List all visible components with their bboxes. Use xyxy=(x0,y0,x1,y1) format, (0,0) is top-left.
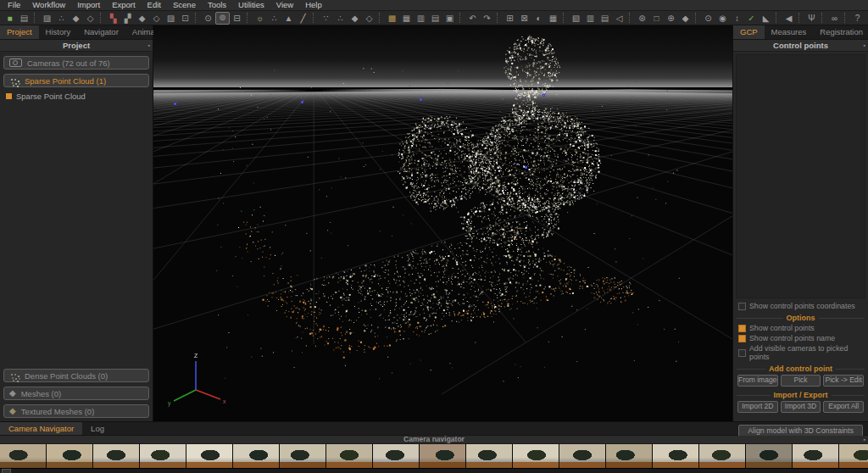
contrast-icon[interactable]: ◐ xyxy=(531,12,546,25)
filter-icon[interactable]: ▤ xyxy=(598,12,612,25)
checkbox-show-control-points[interactable]: Show control points xyxy=(733,323,868,333)
menu-edit[interactable]: Edit xyxy=(142,0,167,10)
delete-points-icon[interactable]: ▚ xyxy=(106,12,120,25)
checkbox-box[interactable] xyxy=(738,335,746,342)
menu-view[interactable]: View xyxy=(270,0,299,10)
axis-icon[interactable]: ⊕ xyxy=(664,12,678,25)
checkbox-box[interactable] xyxy=(738,349,746,357)
control-points-list[interactable] xyxy=(736,54,865,298)
camera-thumbnail-15[interactable] xyxy=(653,444,699,468)
triangles-icon[interactable]: ∴ xyxy=(267,12,281,25)
cut-selection-icon[interactable]: ⊠ xyxy=(517,12,531,25)
camera-thumbnail-7[interactable] xyxy=(280,444,326,468)
tab-history[interactable]: History xyxy=(39,25,78,39)
from-images-button[interactable]: From images xyxy=(737,375,778,387)
wrench-icon[interactable]: Ψ xyxy=(804,12,819,25)
mesh-solid-icon[interactable]: ◆ xyxy=(69,12,83,25)
menu-file[interactable]: File xyxy=(2,0,26,10)
menu-workflow[interactable]: Workflow xyxy=(26,0,71,10)
camera-thumbnail-12[interactable] xyxy=(513,444,559,468)
mask-icon[interactable]: ∞ xyxy=(827,12,842,25)
camera-thumbnail-14[interactable] xyxy=(606,444,653,468)
camera-thumbnail-18[interactable] xyxy=(793,444,839,468)
cameras-button[interactable]: Cameras (72 out of 76) xyxy=(3,56,149,70)
redo-icon[interactable]: ↷ xyxy=(480,12,494,25)
texture-4-icon[interactable]: ▤ xyxy=(428,12,442,25)
texture-1-icon[interactable]: ▩ xyxy=(385,12,399,25)
ruler-icon[interactable]: ◣ xyxy=(759,12,773,25)
tab-registration[interactable]: Registration xyxy=(813,25,868,39)
export-all-button[interactable]: Export All xyxy=(823,401,864,413)
camera-thumbnail-11[interactable] xyxy=(466,444,513,468)
new-project-icon[interactable]: ■ xyxy=(3,12,17,25)
import-2d-button[interactable]: Import 2D xyxy=(737,401,778,413)
tab-camera-navigator[interactable]: Camera Navigator xyxy=(0,422,82,435)
camera-thumbnail-10[interactable] xyxy=(420,444,466,468)
mesh-wire-icon[interactable]: ◇ xyxy=(83,12,97,25)
checkbox-show-points-name[interactable]: Show control points name xyxy=(733,333,868,343)
orbit-target-icon[interactable]: ⊚ xyxy=(215,12,230,25)
menu-export[interactable]: Export xyxy=(106,0,141,10)
menu-utilities[interactable]: Utilities xyxy=(232,0,270,10)
measure-icon[interactable]: ↕ xyxy=(730,12,744,25)
pin-icon[interactable]: ▪ xyxy=(864,40,865,51)
camera-thumbnail-6[interactable] xyxy=(233,444,280,468)
thumbnail-scrollbar[interactable] xyxy=(0,468,868,473)
textured-meshes-button[interactable]: ◆ Textured Meshes (0) xyxy=(3,404,149,418)
loop-icon[interactable]: ⊙ xyxy=(701,12,715,25)
checkbox-box[interactable] xyxy=(738,325,746,332)
points-high-icon[interactable]: ∴ xyxy=(333,12,348,25)
camera-thumbnail-8[interactable] xyxy=(326,444,373,468)
camera-thumbnail-4[interactable] xyxy=(140,444,186,468)
tab-measures[interactable]: Measures xyxy=(765,25,814,39)
undo-icon[interactable]: ↶ xyxy=(465,12,480,25)
camera-thumbnail-9[interactable] xyxy=(373,444,420,468)
select-points-icon[interactable]: ▨ xyxy=(40,12,54,25)
checkbox-box[interactable] xyxy=(738,303,746,310)
pin-icon[interactable]: ▪ xyxy=(148,40,150,51)
sparse-point-cloud-button[interactable]: Sparse Point Cloud (1) xyxy=(3,74,149,87)
checkbox-add-visible-cameras[interactable]: Add visible cameras to picked points xyxy=(733,343,868,362)
texture-3-icon[interactable]: ▥ xyxy=(414,12,428,25)
cloud-solid-icon[interactable]: ◆ xyxy=(135,12,149,25)
cone-icon[interactable]: ▲ xyxy=(281,12,296,25)
dense-point-clouds-button[interactable]: Dense Point Clouds (0) xyxy=(3,369,149,382)
tab-project[interactable]: Project xyxy=(0,25,39,39)
hexagon-solid-icon[interactable]: ◆ xyxy=(348,12,362,25)
light-icon[interactable]: ☼ xyxy=(253,12,267,25)
tab-gcp[interactable]: GCP xyxy=(733,25,765,39)
menu-tools[interactable]: Tools xyxy=(202,0,232,10)
align-model-button[interactable]: Align model with 3D Constraints xyxy=(738,425,863,437)
brush-icon[interactable]: ╱ xyxy=(296,12,310,25)
import-3d-button[interactable]: Import 3D xyxy=(781,401,821,413)
camera-thumbnail-2[interactable] xyxy=(47,444,93,468)
volume-icon[interactable]: ◀ xyxy=(782,12,796,25)
menu-scene[interactable]: Scene xyxy=(167,0,202,10)
camera-thumbnail-5[interactable] xyxy=(186,444,233,468)
3d-viewport[interactable] xyxy=(153,25,732,421)
scroll-left-button[interactable] xyxy=(2,469,11,473)
pin-tool-icon[interactable]: ◉ xyxy=(715,12,730,25)
camera-thumbnail-13[interactable] xyxy=(559,444,606,468)
select-rect-icon[interactable]: ⊞ xyxy=(503,12,517,25)
track-icon[interactable]: ⊛ xyxy=(635,12,649,25)
camera-thumbnail-19[interactable] xyxy=(839,444,868,468)
orbit-icon[interactable]: ⊙ xyxy=(201,12,215,25)
texture-2-icon[interactable]: ▦ xyxy=(399,12,414,25)
texture-5-icon[interactable]: ▣ xyxy=(442,12,457,25)
sparse-cloud-icon[interactable]: ∴ xyxy=(54,12,69,25)
snapshot-icon[interactable]: ⊡ xyxy=(178,12,192,25)
lasso-icon[interactable]: ▧ xyxy=(569,12,583,25)
cloud-wire-icon[interactable]: ◇ xyxy=(149,12,164,25)
help-icon[interactable]: ? xyxy=(850,12,865,25)
move-points-icon[interactable]: ▞ xyxy=(120,12,135,25)
pin-icon[interactable]: ▪ xyxy=(864,436,865,443)
scatter-icon[interactable]: ▨ xyxy=(164,12,178,25)
camera-thumbnail-17[interactable] xyxy=(746,444,793,468)
sparse-point-cloud-item[interactable]: Sparse Point Cloud xyxy=(3,92,149,101)
pick-button[interactable]: Pick xyxy=(781,375,821,387)
camera-thumbnail-3[interactable] xyxy=(93,444,140,468)
check-icon[interactable]: ✓ xyxy=(744,12,759,25)
pan-icon[interactable]: ⊟ xyxy=(230,12,244,25)
points-low-icon[interactable]: ∵ xyxy=(319,12,333,25)
